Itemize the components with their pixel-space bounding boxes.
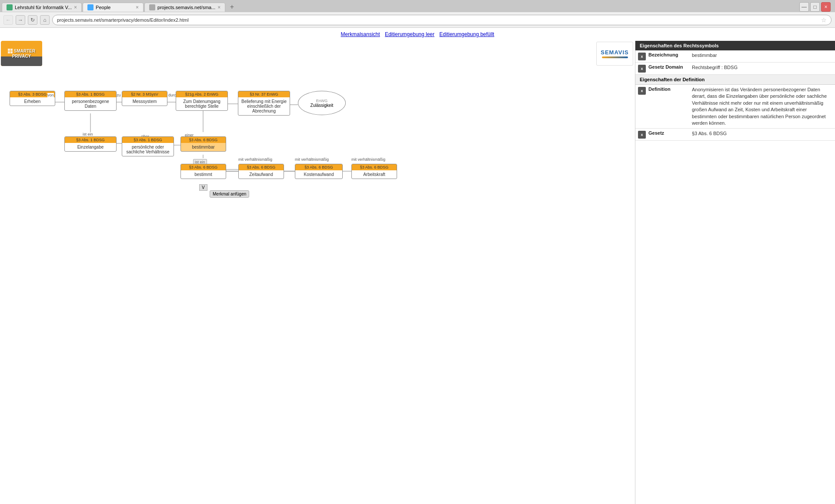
node-messsystem-label: Messsystem [122,97,167,106]
v-button[interactable]: V [199,184,207,191]
tab-lehrstuhl[interactable]: Lehrstuhl für Informatik V... × [2,3,82,12]
semavis-logo: SEMAVIS [596,42,633,66]
tab-favicon-3 [149,4,155,10]
smarter-privacy-logo: SMARTER PRIVACY [1,41,42,66]
node-zeitaufwand-label: Zeitaufwand [239,170,284,179]
node-einzelangabe[interactable]: §3 Abs. 1 BDSG Einzelangabe [64,136,117,152]
node-belieferung-law: §3 Nr. 37 EnWG [238,91,290,97]
node-belieferung-label: Belieferung mit Energie einschließlich d… [238,97,290,115]
address-bar[interactable]: projects.semavis.net/smarterprivacy/demo… [52,15,832,25]
minimize-button[interactable]: — [799,2,809,12]
rel-ist-ein-1: ist ein [83,132,93,136]
content-area: SMARTER PRIVACY SEMAVIS [0,41,835,504]
node-bestimmbar-label: bestimmbar [181,143,226,151]
node-belieferung[interactable]: §3 Nr. 37 EnWG Belieferung mit Energie e… [238,91,290,116]
right-panel: Eigenschaften des Rechtssymbols x Bezeic… [635,41,835,504]
panel-value-gesetz-domain: Rechtsbegriff : BDSG [692,64,832,71]
node-arbeitskraft[interactable]: §3 Abs. 6 BDSG Arbeitskraft [351,164,397,179]
panel-row-gesetz: x Gesetz §3 Abs. 6 BDSG [635,129,835,141]
node-personenbezogene-daten[interactable]: §3 Abs. 1 BDSG personenbezogene Daten [64,91,117,111]
node-datenumgang[interactable]: §21g Abs. 2 EnWG Zum Datenumgang berecht… [176,91,228,111]
node-bestimmbar-law: §3 Abs. 6 BDSG [181,137,226,143]
rel-verhaeltnismaessig-2: mit verhältnismäßig [295,157,329,162]
panel-label-gesetz: Gesetz [648,130,692,136]
tab-add-button[interactable]: + [226,3,237,11]
nav-bar: ← → ↻ ⌂ projects.semavis.net/smarterpriv… [0,12,835,28]
panel-value-bezeichnung: bestimmbar [692,52,832,59]
node-einzelangabe-law: §3 Abs. 1 BDSG [65,137,116,143]
rel-von: von [47,93,54,97]
node-messsystem[interactable]: §2 Nr. 3 MSysV Messsystem [122,91,167,106]
node-datenumgang-law: §21g Abs. 2 EnWG [176,91,227,97]
panel-row-gesetz-domain: x Gesetz Domain Rechtsbegriff : BDSG [635,63,835,75]
tab-people[interactable]: People × [83,3,144,12]
node-verhaeltnisse-label: persönliche oder sachliche Verhältnisse [122,143,174,156]
node-kostenaufwand-law: §3 Abs. 6 BDSG [295,164,342,170]
browser-chrome: Lehrstuhl für Informatik V... × People ×… [0,0,835,28]
panel-label-bezeichnung: Bezeichnung [648,52,692,57]
panel-value-gesetz: §3 Abs. 6 BDSG [692,130,832,137]
node-arbeitskraft-label: Arbeitskraft [352,170,397,179]
link-editierumgebung-leer[interactable]: Editierumgebung leer [385,31,434,37]
node-zeitaufwand[interactable]: §3 Abs. 6 BDSG Zeitaufwand [238,164,284,179]
panel-value-definition: Anonymisieren ist das Verändern personen… [692,86,832,126]
close-window-button[interactable]: × [821,2,831,12]
node-zulaessigkeit[interactable]: EnWG Zulässigkeit [298,91,346,115]
top-links: Merkmalsansicht Editierumgebung leer Edi… [0,28,835,41]
node-messsystem-law: §2 Nr. 3 MSysV [122,91,167,97]
merkmal-anfuegen-button[interactable]: Merkmal anfügen [210,190,249,198]
reload-button[interactable]: ↻ [28,15,37,25]
node-verhaeltnisse[interactable]: §3 Abs. 1 BDSG persönliche oder sachlich… [122,136,174,156]
node-bestimmt[interactable]: §3 Abs. 6 BDSG bestimmt [180,164,226,179]
node-bestimmt-label: bestimmt [181,170,226,179]
diagram-area: SMARTER PRIVACY SEMAVIS [0,41,635,504]
back-button[interactable]: ← [3,15,13,25]
panel-definition-title: Eigenschaften der Definition [635,75,835,85]
home-button[interactable]: ⌂ [40,15,50,25]
panel-icon-bezeichnung[interactable]: x [638,53,646,60]
page: Merkmalsansicht Editierumgebung leer Edi… [0,28,835,504]
node-zulaessigkeit-label: Zulässigkeit [311,103,334,108]
node-kostenaufwand-label: Kostenaufwand [295,170,342,179]
rel-zu: zu [117,93,121,97]
tab-close-2[interactable]: × [136,4,139,10]
tab-bar: Lehrstuhl für Informatik V... × People ×… [0,0,835,12]
node-pbd-law: §3 Abs. 1 BDSG [65,91,116,97]
node-arbeitskraft-law: §3 Abs. 6 BDSG [352,164,397,170]
panel-icon-gesetz[interactable]: x [638,131,646,139]
link-merkmalsansicht[interactable]: Merkmalsansicht [341,31,380,37]
tab-favicon-2 [87,4,94,10]
tab-close-3[interactable]: × [217,4,220,10]
panel-label-gesetz-domain: Gesetz Domain [648,64,692,70]
maximize-button[interactable]: □ [810,2,820,12]
node-pbd-label: personenbezogene Daten [65,97,116,110]
panel-label-definition: Definition [648,86,692,92]
bookmark-icon[interactable]: ☆ [821,17,827,23]
node-einzelangabe-label: Einzelangabe [65,143,116,151]
node-bestimmbar[interactable]: §3 Abs. 6 BDSG bestimmbar [180,136,226,152]
tab-label-2: People [96,5,134,10]
node-datenumgang-label: Zum Datenumgang berechtigte Stelle [176,97,227,110]
tab-label-3: projects.semavis.net/sma... [157,5,215,10]
address-text: projects.semavis.net/smarterprivacy/demo… [57,17,821,23]
tab-label-1: Lehrstuhl für Informatik V... [15,5,72,10]
panel-icon-gesetz-domain[interactable]: x [638,65,646,73]
panel-row-bezeichnung: x Bezeichnung bestimmbar [635,50,835,63]
node-zeitaufwand-law: §3 Abs. 6 BDSG [239,164,284,170]
node-kostenaufwand[interactable]: §3 Abs. 6 BDSG Kostenaufwand [295,164,343,179]
link-editierumgebung-befuellt[interactable]: Editierumgebung befüllt [439,31,494,37]
rel-verhaeltnismaessig-3: mit verhältnismäßig [351,157,385,162]
node-verhaeltnisse-law: §3 Abs. 1 BDSG [122,137,174,143]
panel-icon-definition[interactable]: x [638,87,646,95]
tab-projects[interactable]: projects.semavis.net/sma... × [144,3,225,12]
forward-button[interactable]: → [16,15,25,25]
panel-title: Eigenschaften des Rechtssymbols [635,41,835,50]
tab-close-1[interactable]: × [74,4,77,10]
panel-row-definition: x Definition Anonymisieren ist das Verän… [635,85,835,129]
node-bestimmt-law: §3 Abs. 6 BDSG [181,164,226,170]
node-erheben-label: Erheben [10,97,55,106]
node-zulaessigkeit-law: EnWG [316,99,328,103]
rel-verhaeltnismaessig-1: mit verhältnismäßig [238,157,272,162]
tab-favicon-1 [7,4,13,10]
